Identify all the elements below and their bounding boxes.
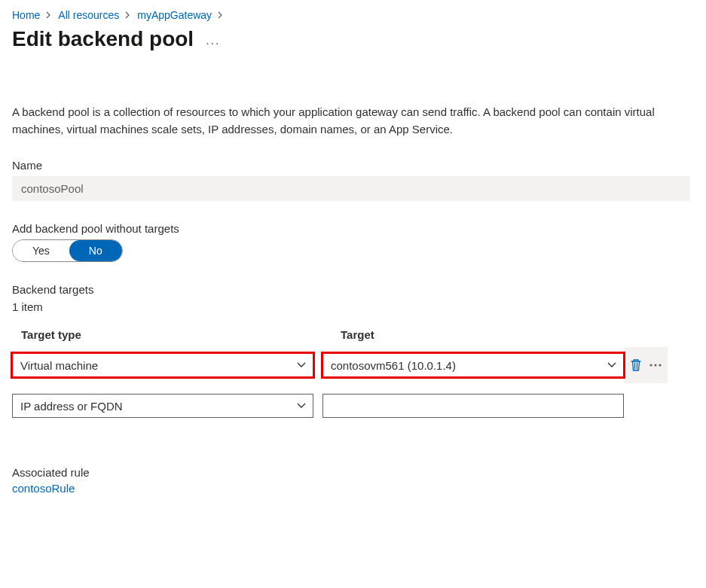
chevron-right-icon xyxy=(125,11,131,19)
target-type-select[interactable]: IP address or FQDN xyxy=(12,394,313,418)
page-description: A backend pool is a collection of resour… xyxy=(12,104,690,138)
delete-button[interactable] xyxy=(628,358,643,373)
table-row: Virtual machine contosovm561 (10.0.1.4) xyxy=(12,347,690,383)
backend-targets-count: 1 item xyxy=(12,300,694,313)
page-title: Edit backend pool xyxy=(12,27,194,51)
chevron-down-icon xyxy=(607,361,617,369)
toggle-yes[interactable]: Yes xyxy=(13,240,69,261)
breadcrumb-home[interactable]: Home xyxy=(12,9,40,21)
breadcrumb: Home All resources myAppGateway xyxy=(12,9,694,21)
target-input[interactable] xyxy=(322,394,624,418)
toggle-no[interactable]: No xyxy=(69,240,122,261)
target-type-value: IP address or FQDN xyxy=(20,400,123,413)
more-actions-button[interactable]: ··· xyxy=(206,37,220,50)
without-targets-toggle[interactable]: Yes No xyxy=(12,239,123,262)
without-targets-label: Add backend pool without targets xyxy=(12,222,694,235)
title-row: Edit backend pool ··· xyxy=(12,27,694,51)
chevron-down-icon xyxy=(296,402,307,410)
target-value: contosovm561 (10.0.1.4) xyxy=(331,359,456,372)
target-select[interactable]: contosovm561 (10.0.1.4) xyxy=(322,353,624,377)
name-label: Name xyxy=(12,159,694,172)
svg-point-0 xyxy=(649,364,652,366)
backend-targets-table: Target type Target Virtual machine conto… xyxy=(12,324,690,424)
chevron-right-icon xyxy=(218,11,224,19)
target-type-value: Virtual machine xyxy=(20,359,98,372)
chevron-down-icon xyxy=(296,361,307,369)
col-header-target: Target xyxy=(341,328,651,341)
svg-point-2 xyxy=(659,364,661,366)
col-header-type: Target type xyxy=(21,328,332,341)
breadcrumb-gateway[interactable]: myAppGateway xyxy=(137,9,212,21)
row-actions xyxy=(624,347,668,383)
name-field xyxy=(12,176,690,201)
associated-rule-section: Associated rule contosoRule xyxy=(12,466,694,495)
table-row: IP address or FQDN xyxy=(12,383,690,424)
row-more-button[interactable] xyxy=(648,358,663,373)
breadcrumb-all-resources[interactable]: All resources xyxy=(58,9,119,21)
backend-targets-heading: Backend targets xyxy=(12,283,694,296)
targets-header-row: Target type Target xyxy=(12,324,690,347)
associated-rule-link[interactable]: contosoRule xyxy=(12,482,75,495)
svg-point-1 xyxy=(654,364,656,366)
associated-rule-label: Associated rule xyxy=(12,466,694,479)
chevron-right-icon xyxy=(46,11,52,19)
target-type-select[interactable]: Virtual machine xyxy=(12,353,313,377)
